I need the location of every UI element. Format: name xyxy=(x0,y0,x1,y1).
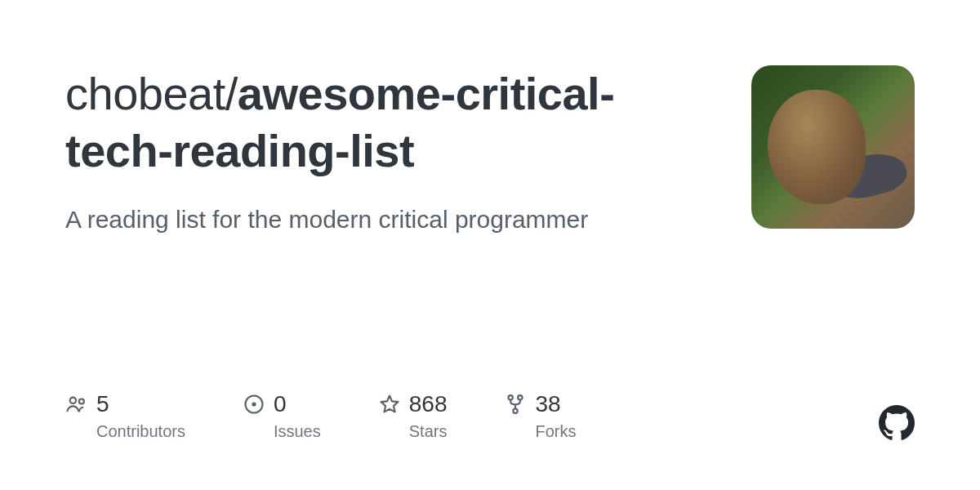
stat-stars[interactable]: 868 Stars xyxy=(378,391,448,441)
svg-point-5 xyxy=(519,395,523,399)
svg-point-6 xyxy=(514,408,518,412)
repo-title[interactable]: chobeat/awesome-critical-tech-reading-li… xyxy=(65,65,719,180)
issues-value: 0 xyxy=(274,391,287,417)
repo-description: A reading list for the modern critical p… xyxy=(65,203,719,237)
people-icon xyxy=(65,393,88,416)
forks-value: 38 xyxy=(535,391,560,417)
svg-point-3 xyxy=(252,402,256,406)
stats-row: 5 Contributors 0 Issues 868 xyxy=(65,391,915,441)
stars-value: 868 xyxy=(409,391,448,417)
stars-label: Stars xyxy=(409,422,448,441)
header-row: chobeat/awesome-critical-tech-reading-li… xyxy=(65,65,915,237)
contributors-value: 5 xyxy=(96,391,109,417)
contributors-label: Contributors xyxy=(96,422,185,441)
stats: 5 Contributors 0 Issues 868 xyxy=(65,391,576,441)
stat-issues[interactable]: 0 Issues xyxy=(243,391,321,441)
stat-contributors[interactable]: 5 Contributors xyxy=(65,391,185,441)
repo-owner[interactable]: chobeat xyxy=(65,68,225,119)
svg-point-1 xyxy=(79,399,84,403)
issue-icon xyxy=(243,393,265,416)
fork-icon xyxy=(504,393,527,416)
stat-forks[interactable]: 38 Forks xyxy=(504,391,576,441)
svg-point-0 xyxy=(70,398,76,403)
issues-label: Issues xyxy=(274,422,321,441)
svg-point-4 xyxy=(509,395,513,399)
forks-label: Forks xyxy=(535,422,576,441)
repo-separator: / xyxy=(225,68,238,119)
avatar[interactable] xyxy=(751,65,915,229)
github-logo-icon[interactable] xyxy=(879,405,915,441)
title-block: chobeat/awesome-critical-tech-reading-li… xyxy=(65,65,719,237)
repo-card: chobeat/awesome-critical-tech-reading-li… xyxy=(0,0,980,490)
star-icon xyxy=(378,393,401,416)
